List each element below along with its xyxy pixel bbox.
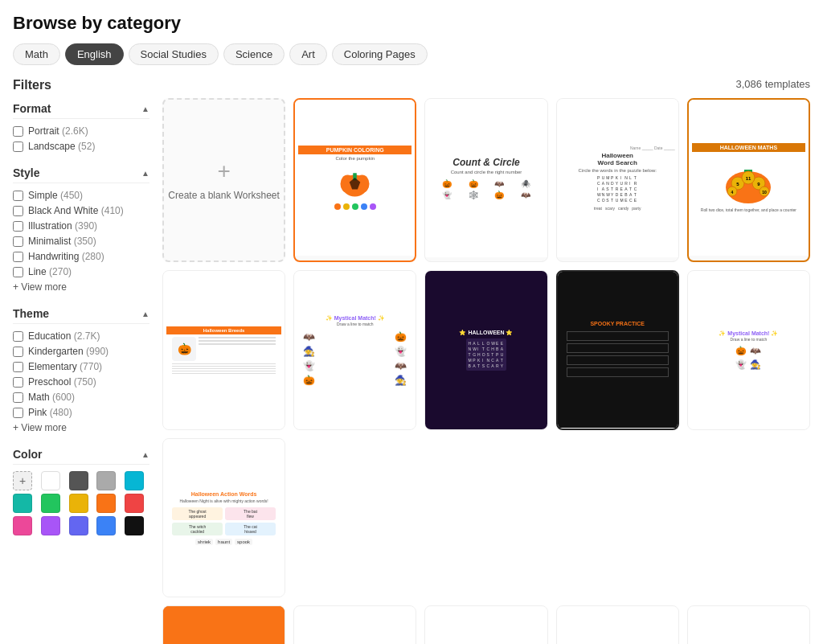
plus-icon: + bbox=[217, 158, 230, 184]
color-chevron[interactable]: ▲ bbox=[141, 450, 149, 459]
swatch-green[interactable] bbox=[41, 494, 60, 513]
tab-social-studies[interactable]: Social Studies bbox=[129, 43, 219, 65]
svg-text:11: 11 bbox=[746, 176, 751, 181]
tab-english[interactable]: English bbox=[65, 43, 124, 65]
template-count: 3,086 templates bbox=[162, 78, 810, 90]
theme-header: Theme ▲ bbox=[13, 307, 149, 324]
filter-illustration[interactable]: Illustration (390) bbox=[13, 220, 149, 232]
swatch-blue[interactable] bbox=[96, 516, 116, 535]
color-swatches: + bbox=[13, 471, 149, 535]
template-card[interactable]: Halloween Breeds 🎃 bbox=[162, 270, 285, 430]
style-section: Style ▲ Simple (450) Black And White (41… bbox=[13, 166, 149, 293]
filter-elementary[interactable]: Elementary (770) bbox=[13, 361, 149, 372]
theme-view-more[interactable]: + View more bbox=[13, 422, 149, 433]
svg-text:10: 10 bbox=[763, 190, 768, 195]
color-header: Color ▲ bbox=[13, 448, 149, 465]
template-card[interactable]: SORT-EERIE 🎃 🧙 🦇 👻 🕷️ 🕸️ bbox=[162, 605, 285, 644]
theme-chevron[interactable]: ▲ bbox=[141, 310, 149, 318]
tab-science[interactable]: Science bbox=[223, 43, 285, 65]
filter-preschool[interactable]: Preschool (750) bbox=[13, 376, 149, 388]
theme-section: Theme ▲ Education (2.7K) Kindergarten (9… bbox=[13, 307, 149, 433]
template-card[interactable]: Halloween Action Words Halloween Night i… bbox=[162, 438, 285, 598]
template-card[interactable]: ⭐ HALLOWEEN ⭐ HALLOWEE NWITCHBA TGHOSTPU… bbox=[424, 270, 547, 430]
swatch-cyan[interactable] bbox=[125, 471, 144, 490]
swatch-add[interactable]: + bbox=[13, 471, 32, 490]
swatch-white[interactable] bbox=[41, 471, 60, 490]
filter-minimalist[interactable]: Minimalist (350) bbox=[13, 236, 149, 247]
format-chevron[interactable]: ▲ bbox=[141, 105, 149, 113]
template-card[interactable]: HALLOWEEN MATHS bbox=[687, 98, 810, 262]
tab-math[interactable]: Math bbox=[13, 43, 60, 65]
filter-math[interactable]: Math (600) bbox=[13, 392, 149, 403]
filter-portrait-checkbox[interactable] bbox=[13, 126, 23, 137]
filter-kindergarten[interactable]: Kindergarten (990) bbox=[13, 346, 149, 357]
filter-landscape-checkbox[interactable] bbox=[13, 142, 23, 152]
template-card[interactable]: SPOOKY SENTENCES Help these spooky sente… bbox=[293, 605, 416, 644]
swatch-yellow[interactable] bbox=[69, 494, 88, 513]
swatch-red[interactable] bbox=[125, 494, 144, 513]
template-card[interactable]: Tracing Practice bbox=[424, 605, 547, 644]
template-card[interactable]: ✨ Mystical Match! ✨ Draw a line to match… bbox=[687, 270, 810, 430]
filter-education[interactable]: Education (2.7K) bbox=[13, 330, 149, 342]
template-card[interactable]: SPOOKY PRACTICE bbox=[556, 270, 679, 430]
filter-black-white[interactable]: Black And White (410) bbox=[13, 205, 149, 216]
filter-simple[interactable]: Simple (450) bbox=[13, 190, 149, 201]
template-card[interactable]: PUMPKIN COLORING Color the pumpkin bbox=[293, 98, 416, 262]
template-card[interactable]: HALLOWEEN WORDS 🦇 bat 🎃 pumpkin bbox=[687, 605, 810, 644]
filter-portrait[interactable]: Portrait (2.6K) bbox=[13, 125, 149, 137]
category-tabs: Math English Social Studies Science Art … bbox=[13, 43, 810, 65]
swatch-gray[interactable] bbox=[96, 471, 116, 490]
create-card-label: Create a blank Worksheet bbox=[168, 189, 280, 203]
sidebar: Filters Format ▲ Portrait (2.6K) Landsca… bbox=[13, 78, 149, 644]
swatch-orange[interactable] bbox=[96, 494, 116, 513]
svg-text:4: 4 bbox=[731, 190, 734, 195]
swatch-pink[interactable] bbox=[13, 516, 32, 535]
style-view-more[interactable]: + View more bbox=[13, 281, 149, 293]
filter-handwriting[interactable]: Handwriting (280) bbox=[13, 251, 149, 262]
filter-line[interactable]: Line (270) bbox=[13, 266, 149, 277]
template-card[interactable]: FOR HALLOWEEN I WILL BE... Write a parag… bbox=[556, 605, 679, 644]
page-title: Browse by category bbox=[13, 13, 810, 34]
filter-landscape[interactable]: Landscape (52) bbox=[13, 141, 149, 152]
tab-art[interactable]: Art bbox=[289, 43, 327, 65]
filter-pink[interactable]: Pink (480) bbox=[13, 407, 149, 418]
tab-coloring-pages[interactable]: Coloring Pages bbox=[332, 43, 428, 65]
swatch-black[interactable] bbox=[125, 516, 144, 535]
style-chevron[interactable]: ▲ bbox=[141, 169, 149, 178]
format-header: Format ▲ bbox=[13, 102, 149, 119]
swatch-darkgray[interactable] bbox=[69, 471, 88, 490]
main-content: 3,086 templates + Create a blank Workshe… bbox=[162, 78, 810, 644]
style-header: Style ▲ bbox=[13, 166, 149, 183]
filters-title: Filters bbox=[13, 78, 149, 92]
create-blank-card[interactable]: + Create a blank Worksheet bbox=[162, 98, 285, 262]
template-card[interactable]: Count & Circle Count and circle the righ… bbox=[424, 98, 547, 262]
color-section: Color ▲ + bbox=[13, 448, 149, 535]
format-section: Format ▲ Portrait (2.6K) Landscape (52) bbox=[13, 102, 149, 152]
template-card[interactable]: Name _____ Date _____ HalloweenWord Sear… bbox=[556, 98, 679, 262]
swatch-indigo[interactable] bbox=[69, 516, 88, 535]
swatch-purple[interactable] bbox=[41, 516, 60, 535]
template-card[interactable]: ✨ Mystical Match! ✨ Draw a line to match… bbox=[293, 270, 416, 430]
swatch-teal[interactable] bbox=[13, 494, 32, 513]
